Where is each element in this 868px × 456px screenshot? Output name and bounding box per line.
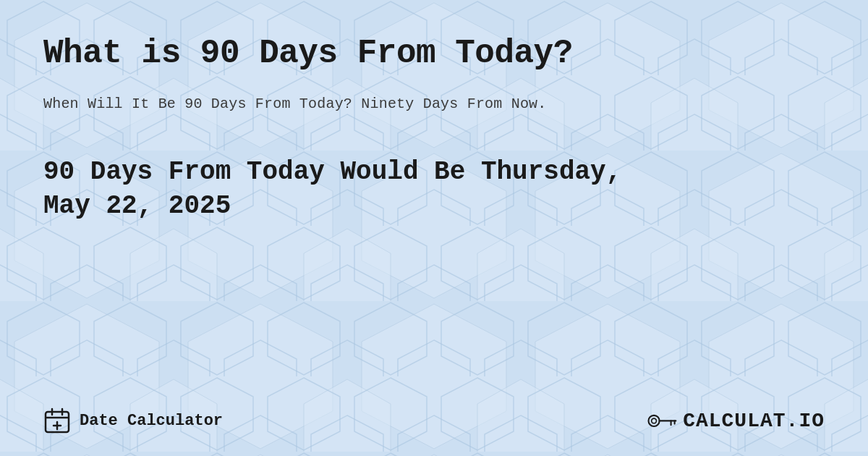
result-section: 90 Days From Today Would Be Thursday, Ma… <box>43 156 825 392</box>
logo-icon <box>647 409 677 432</box>
subtitle-text: When Will It Be 90 Days From Today? Nine… <box>43 96 825 112</box>
logo-area: CALCULAT.IO <box>647 409 825 432</box>
footer: Date Calculator CALCULAT.IO <box>43 392 825 434</box>
svg-point-15 <box>649 415 660 426</box>
main-title: What is 90 Days From Today? <box>43 35 825 72</box>
date-calculator-branding: Date Calculator <box>43 407 223 434</box>
svg-point-16 <box>652 418 657 423</box>
calendar-icon <box>43 407 71 434</box>
result-text: 90 Days From Today Would Be Thursday, Ma… <box>43 156 637 224</box>
logo-text: CALCULAT.IO <box>683 410 825 432</box>
date-calculator-label: Date Calculator <box>80 412 223 430</box>
